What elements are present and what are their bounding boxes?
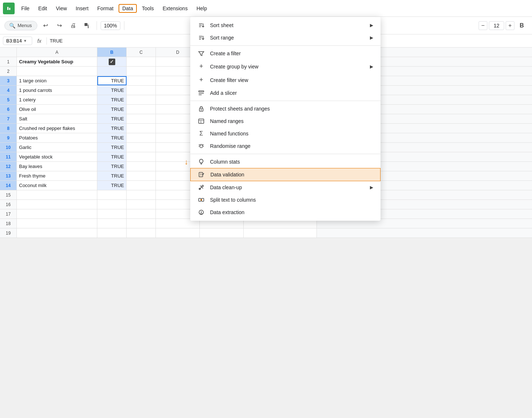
cell-c17[interactable]	[127, 209, 156, 219]
cell-e19[interactable]	[200, 228, 244, 238]
cell-b11[interactable]: TRUE	[97, 152, 127, 161]
menu-item-data-validation[interactable]: Data validation	[190, 168, 381, 181]
menu-item-named-ranges[interactable]: Named ranges	[190, 115, 381, 127]
cell-a9[interactable]: Potatoes	[17, 133, 97, 142]
cell-a17[interactable]	[17, 209, 97, 219]
cell-b5[interactable]: TRUE	[97, 95, 127, 104]
menu-view[interactable]: View	[52, 4, 71, 13]
row-num-2[interactable]: 2	[0, 67, 17, 76]
cell-c2[interactable]	[127, 67, 156, 76]
cell-c19[interactable]	[127, 228, 156, 238]
cell-b12[interactable]: TRUE	[97, 162, 127, 171]
cell-b3[interactable]: TRUE	[97, 76, 127, 85]
cell-b1[interactable]	[97, 57, 127, 66]
row-num-5[interactable]: 5	[0, 95, 17, 104]
row-num-10[interactable]: 10	[0, 143, 17, 152]
redo-button[interactable]: ↪	[53, 20, 65, 31]
cell-a10[interactable]: Garlic	[17, 143, 97, 152]
row-num-9[interactable]: 9	[0, 133, 17, 142]
row-num-15[interactable]: 15	[0, 190, 17, 199]
cell-a12[interactable]: Bay leaves	[17, 162, 97, 171]
menu-item-named-functions[interactable]: Σ Named functions	[190, 127, 381, 140]
search-menus[interactable]: 🔍 Menus	[4, 21, 37, 30]
paint-format-button[interactable]	[81, 20, 93, 31]
row-num-18[interactable]: 18	[0, 219, 17, 228]
menu-insert[interactable]: Insert	[72, 4, 92, 13]
cell-b8[interactable]: TRUE	[97, 124, 127, 133]
row-num-13[interactable]: 13	[0, 171, 17, 180]
cell-a15[interactable]	[17, 190, 97, 199]
menu-item-create-filter-view[interactable]: + Create filter view	[190, 73, 381, 87]
cell-b9[interactable]: TRUE	[97, 133, 127, 142]
zoom-control[interactable]: 100%	[101, 21, 120, 30]
cell-b18[interactable]	[97, 219, 127, 228]
cell-b17[interactable]	[97, 209, 127, 219]
row-num-17[interactable]: 17	[0, 209, 17, 219]
cell-c18[interactable]	[127, 219, 156, 228]
cell-b6[interactable]: TRUE	[97, 105, 127, 114]
cell-a11[interactable]: Vegetable stock	[17, 152, 97, 161]
menu-format[interactable]: Format	[94, 4, 117, 13]
cell-c16[interactable]	[127, 200, 156, 209]
cell-a3[interactable]: 1 large onion	[17, 76, 97, 85]
cell-c12[interactable]	[127, 162, 156, 171]
menu-edit[interactable]: Edit	[35, 4, 51, 13]
cell-a7[interactable]: Salt	[17, 114, 97, 123]
row-num-6[interactable]: 6	[0, 105, 17, 114]
cell-a5[interactable]: 1 celery	[17, 95, 97, 104]
cell-a8[interactable]: Crushed red pepper flakes	[17, 124, 97, 133]
row-num-12[interactable]: 12	[0, 162, 17, 171]
cell-a14[interactable]: Coconut milk	[17, 181, 97, 190]
cell-reference[interactable]: B3:B14 ▼	[3, 37, 32, 45]
row-num-8[interactable]: 8	[0, 124, 17, 133]
cell-b2[interactable]	[97, 67, 127, 76]
menu-item-add-slicer[interactable]: Add a slicer	[190, 87, 381, 99]
menu-data[interactable]: Data	[119, 4, 137, 13]
menu-item-sort-range[interactable]: Sort range ▶	[190, 31, 381, 44]
menu-help[interactable]: Help	[193, 4, 211, 13]
cell-c8[interactable]	[127, 124, 156, 133]
cell-a16[interactable]	[17, 200, 97, 209]
row-num-11[interactable]: 11	[0, 152, 17, 161]
row-num-16[interactable]: 16	[0, 200, 17, 209]
col-header-b[interactable]: B	[97, 48, 127, 57]
cell-a13[interactable]: Fresh thyme	[17, 171, 97, 180]
cell-c14[interactable]	[127, 181, 156, 190]
menu-item-protect-sheets[interactable]: Protect sheets and ranges	[190, 102, 381, 115]
cell-c11[interactable]	[127, 152, 156, 161]
font-size-increase[interactable]: +	[506, 21, 514, 30]
cell-b15[interactable]	[97, 190, 127, 199]
row-num-7[interactable]: 7	[0, 114, 17, 123]
col-header-c[interactable]: C	[127, 48, 156, 57]
cell-c4[interactable]	[127, 86, 156, 95]
menu-item-create-group-view[interactable]: + Create group by view ▶	[190, 60, 381, 73]
cell-c15[interactable]	[127, 190, 156, 199]
cell-c10[interactable]	[127, 143, 156, 152]
row-num-19[interactable]: 19	[0, 228, 17, 238]
cell-b16[interactable]	[97, 200, 127, 209]
cell-b13[interactable]: TRUE	[97, 171, 127, 180]
cell-c9[interactable]	[127, 133, 156, 142]
col-header-a[interactable]: A	[17, 48, 97, 57]
font-size-decrease[interactable]: −	[479, 21, 487, 30]
bold-button[interactable]: B	[516, 20, 528, 31]
menu-tools[interactable]: Tools	[138, 4, 158, 13]
menu-extensions[interactable]: Extensions	[159, 4, 191, 13]
menu-item-split-text[interactable]: Split text to columns	[190, 194, 381, 206]
cell-c6[interactable]	[127, 105, 156, 114]
row-num-4[interactable]: 4	[0, 86, 17, 95]
cell-a1[interactable]: Creamy Vegetable Soup	[17, 57, 97, 66]
menu-item-data-extraction[interactable]: Data extraction	[190, 206, 381, 219]
cell-a2[interactable]	[17, 67, 97, 76]
cell-a4[interactable]: 1 pound carrots	[17, 86, 97, 95]
menu-item-create-filter[interactable]: Create a filter	[190, 47, 381, 60]
cell-b4[interactable]: TRUE	[97, 86, 127, 95]
menu-item-column-stats[interactable]: ↓ Column stats	[190, 156, 381, 168]
cell-d19[interactable]	[156, 228, 200, 238]
cell-a6[interactable]: Olive oil	[17, 105, 97, 114]
cell-c13[interactable]	[127, 171, 156, 180]
row-num-3[interactable]: 3	[0, 76, 17, 85]
cell-c7[interactable]	[127, 114, 156, 123]
font-size-input[interactable]: 12	[489, 21, 504, 30]
menu-file[interactable]: File	[18, 4, 33, 13]
